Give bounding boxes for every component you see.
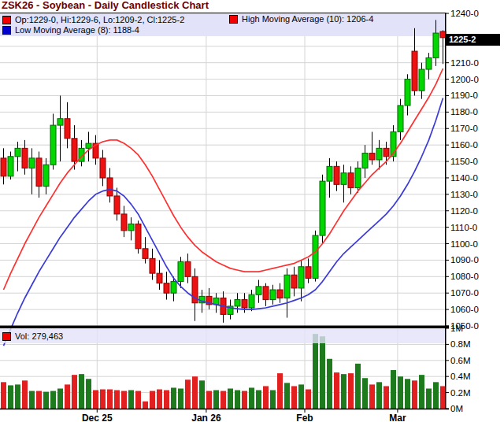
volume-tick-label: 0.6M bbox=[450, 356, 471, 365]
volume-bar bbox=[8, 385, 13, 409]
price-tick-label: 1110-0 bbox=[450, 223, 477, 232]
candle-body bbox=[114, 196, 120, 214]
volume-bar bbox=[334, 372, 339, 409]
candle-body bbox=[143, 249, 148, 259]
candle-body bbox=[348, 173, 354, 188]
candle-body bbox=[72, 139, 77, 161]
price-tick-label: 1060-0 bbox=[450, 305, 479, 314]
volume-bar bbox=[150, 391, 155, 409]
volume-bar bbox=[398, 376, 403, 409]
volume-bar bbox=[164, 391, 169, 409]
candle-body bbox=[1, 158, 6, 176]
price-tick-label: 1160-0 bbox=[450, 140, 478, 150]
candle-body bbox=[164, 283, 169, 294]
candle-body bbox=[398, 106, 403, 131]
candle-body bbox=[86, 143, 91, 148]
volume-bar bbox=[206, 391, 212, 409]
price-legend-row1: Op:1229-0, Hi:1229-6, Lo:1209-2, Cl:1225… bbox=[2, 14, 443, 25]
candle-body bbox=[384, 148, 389, 156]
volume-bar bbox=[384, 386, 389, 409]
volume-bar bbox=[249, 387, 254, 409]
price-tick-label: 1180-0 bbox=[450, 107, 478, 117]
candle-body bbox=[15, 148, 20, 156]
volume-bar bbox=[15, 384, 20, 409]
volume-legend-band bbox=[0, 328, 445, 343]
price-tick-label: 1120-0 bbox=[450, 206, 478, 216]
volume-bar bbox=[426, 389, 432, 409]
price-tick-label: 1210-0 bbox=[450, 58, 479, 68]
candle-body bbox=[369, 154, 375, 160]
volume-bar bbox=[100, 390, 106, 409]
candle-body bbox=[57, 119, 63, 125]
candle-body bbox=[249, 294, 254, 308]
volume-bar bbox=[157, 390, 162, 409]
candle-body bbox=[313, 235, 318, 278]
legend-ohlc: Op:1229-0, Hi:1229-6, Lo:1209-2, Cl:1225… bbox=[2, 15, 184, 24]
volume-bar bbox=[291, 386, 297, 409]
candle-body bbox=[242, 300, 247, 308]
volume-bar bbox=[270, 391, 276, 409]
candle-body bbox=[440, 31, 446, 38]
candle-body bbox=[185, 262, 191, 277]
volume-bar bbox=[298, 384, 304, 409]
chart-canvas[interactable]: 1240-01210-01200-01190-01180-01170-01160… bbox=[0, 0, 504, 422]
price-tick-label: 1190-0 bbox=[450, 91, 478, 100]
volume-bar bbox=[185, 379, 191, 409]
volume-bar bbox=[376, 382, 382, 409]
candle-body bbox=[263, 287, 269, 300]
volume-bar bbox=[192, 376, 198, 409]
price-tick-label: 1100-0 bbox=[450, 239, 478, 249]
volume-bar bbox=[355, 364, 361, 409]
price-tick-label: 1170-0 bbox=[450, 124, 478, 133]
volume-bar bbox=[143, 402, 148, 409]
volume-bar bbox=[93, 391, 98, 409]
volume-bar bbox=[36, 391, 42, 409]
volume-bar bbox=[128, 391, 134, 409]
candle-body bbox=[412, 51, 417, 91]
legend-low-ma-text: Low Moving Average (8): 1188-4 bbox=[15, 25, 139, 35]
volume-bar bbox=[178, 389, 183, 409]
price-tick-label: 1070-0 bbox=[450, 288, 479, 298]
volume-bar bbox=[22, 380, 28, 409]
legend-high-ma-text: High Moving Average (10): 1206-4 bbox=[242, 14, 373, 24]
volume-bar bbox=[135, 391, 141, 409]
candle-body bbox=[419, 69, 424, 91]
candle-body bbox=[150, 258, 155, 273]
volume-bar bbox=[114, 391, 120, 409]
volume-bar bbox=[1, 382, 6, 409]
volume-bar bbox=[72, 375, 77, 409]
volume-bar bbox=[256, 391, 261, 409]
volume-bar bbox=[43, 392, 49, 409]
price-tick-label: 1200-0 bbox=[450, 75, 479, 84]
candle-body bbox=[121, 214, 127, 231]
x-tick-label: Jan 26 bbox=[191, 413, 221, 422]
high-ma-line bbox=[4, 68, 443, 290]
volume-bar bbox=[306, 390, 311, 409]
volume-bar bbox=[242, 391, 247, 409]
price-tick-label: 1080-0 bbox=[450, 272, 479, 281]
volume-bar bbox=[57, 389, 63, 409]
legend-low-ma: Low Moving Average (8): 1188-4 bbox=[2, 25, 139, 35]
candle-body bbox=[100, 158, 106, 178]
last-price-label: 1225-2 bbox=[446, 34, 500, 46]
volume-tick-label: 0.8M bbox=[450, 339, 471, 349]
volume-bar bbox=[433, 382, 439, 409]
x-tick-label: Mar bbox=[389, 413, 406, 422]
legend-high-ma: High Moving Average (10): 1206-4 bbox=[229, 14, 373, 24]
volume-bar bbox=[362, 378, 368, 409]
volume-bar bbox=[65, 384, 70, 409]
pane-separator bbox=[0, 326, 449, 329]
candle-body bbox=[107, 178, 113, 196]
volume-tick-label: 0M bbox=[450, 404, 463, 413]
volume-bar bbox=[405, 379, 410, 409]
candle-body bbox=[376, 148, 382, 160]
candle-body bbox=[178, 262, 183, 282]
x-tick-label: Feb bbox=[296, 413, 313, 422]
legend-volume: Vol: 279,463 bbox=[2, 331, 63, 341]
candle-body bbox=[291, 275, 297, 288]
volume-bar bbox=[391, 370, 396, 409]
chart-window: ZSK26 - Soybean - Daily Candlestick Char… bbox=[0, 0, 504, 422]
candle-body bbox=[128, 224, 134, 230]
candle-body bbox=[270, 290, 276, 300]
volume-bar bbox=[440, 386, 446, 409]
